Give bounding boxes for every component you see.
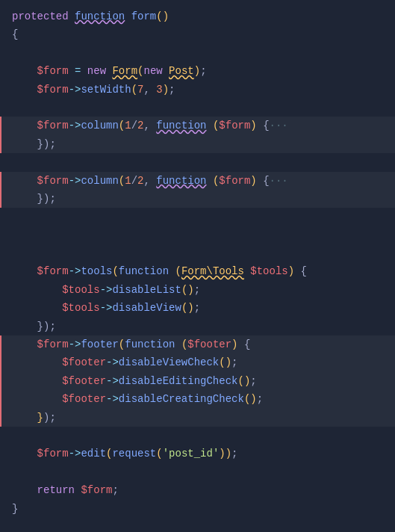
line-28: } <box>0 500 395 518</box>
line-13 <box>0 226 395 244</box>
line-8: }); <box>0 135 395 153</box>
line-10: $form -> column ( 1 / 2 , function ( $fo… <box>0 172 395 190</box>
line-20: $footer -> disableViewCheck () ; <box>0 353 395 371</box>
line-23: } ); <box>0 409 395 427</box>
line-21: $footer -> disableEditingCheck () ; <box>0 372 395 390</box>
line-15: $form -> tools ( function ( Form\Tools $… <box>0 262 395 280</box>
line-9 <box>0 153 395 171</box>
line-17: $tools -> disableView () ; <box>0 299 395 317</box>
line-2: { <box>0 25 395 43</box>
line-18: }); <box>0 318 395 335</box>
class-form: Form <box>112 63 137 79</box>
line-19: $form -> footer ( function ( $footer ) { <box>0 335 395 353</box>
line-1: protected function form () <box>0 7 395 25</box>
line-22: $footer -> disableCreatingCheck () ; <box>0 390 395 408</box>
line-26 <box>0 463 395 481</box>
var-form: $form <box>37 63 69 79</box>
line-11: }); <box>0 190 395 208</box>
line-5: $form -> setWidth ( 7 , 3 ) ; <box>0 81 395 99</box>
line-3 <box>0 44 395 62</box>
code-editor: protected function form () { $form = new… <box>0 0 395 532</box>
line-24 <box>0 427 395 445</box>
class-post: Post <box>169 63 194 79</box>
line-25: $form -> edit ( request ( 'post_id' ) ) … <box>0 445 395 463</box>
keyword-protected: protected <box>12 8 69 25</box>
line-16: $tools -> disableList () ; <box>0 281 395 299</box>
line-6 <box>0 99 395 117</box>
line-4: $form = new Form ( new Post ) ; <box>0 62 395 80</box>
line-7: $form -> column ( 1 / 2 , function ( $fo… <box>0 117 395 134</box>
line-12 <box>0 208 395 226</box>
line-14 <box>0 244 395 262</box>
keyword-function: function <box>75 8 125 25</box>
method-form: form <box>131 8 157 25</box>
line-27: return $form ; <box>0 481 395 499</box>
